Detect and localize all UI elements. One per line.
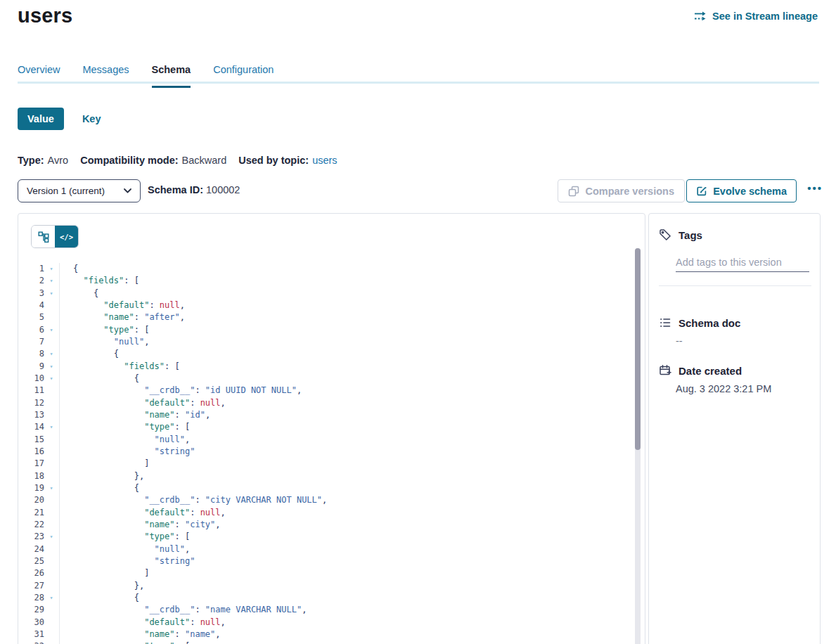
date-created-section-header: Date created (659, 364, 742, 377)
schema-doc-section-header: Schema doc (659, 316, 740, 329)
line-number: 21 (18, 507, 44, 519)
schema-meta-row: Type: Avro Compatibility mode: Backward … (18, 155, 337, 166)
tab-configuration[interactable]: Configuration (213, 64, 274, 88)
fold-toggle-icon[interactable]: ▾ (44, 288, 58, 300)
used-by-topic-label: Used by topic: (238, 155, 309, 166)
tab-underline-track (18, 82, 819, 84)
line-number: 20 (18, 494, 44, 506)
code-line: 30 "default": null, (18, 617, 634, 629)
fold-toggle-icon[interactable]: ▾ (44, 361, 58, 373)
code-text: "default": null, (60, 397, 226, 409)
line-number: 31 (18, 629, 44, 640)
code-line: 6▾ "type": [ (18, 324, 634, 336)
code-line: 14▾ "type": [ (18, 421, 634, 433)
fold-toggle-icon[interactable]: ▾ (44, 263, 58, 275)
code-text: ] (60, 458, 149, 470)
add-tags-input[interactable] (676, 253, 809, 272)
code-text: "name": "city", (60, 519, 221, 531)
line-number: 6 (18, 324, 44, 336)
line-number: 19 (18, 482, 44, 494)
fold-toggle-icon[interactable]: ▾ (44, 531, 58, 543)
key-toggle-link[interactable]: Key (82, 113, 101, 124)
code-text: { (60, 482, 139, 494)
code-line: 29 "__crdb__": "name VARCHAR NULL", (18, 604, 634, 616)
code-text: "null", (60, 543, 190, 555)
line-number: 1 (18, 263, 44, 275)
fold-toggle-icon[interactable]: ▾ (44, 640, 58, 644)
used-by-topic-link[interactable]: users (312, 155, 337, 166)
line-number: 5 (18, 311, 44, 323)
line-number: 7 (18, 336, 44, 348)
schema-id-label: Schema ID: (148, 184, 203, 195)
type-label: Type: (18, 155, 44, 166)
line-number: 18 (18, 470, 44, 482)
code-line: 3▾ { (18, 288, 634, 300)
code-text: "type": [ (60, 421, 190, 433)
fold-toggle-icon[interactable]: ▾ (44, 482, 58, 494)
line-number: 26 (18, 567, 44, 579)
compare-versions-label: Compare versions (585, 186, 674, 197)
code-line: 13 "name": "id", (18, 409, 634, 421)
code-line: 21 "default": null, (18, 507, 634, 519)
lineage-link-label: See in Stream lineage (712, 11, 818, 22)
code-text: "type": [ (60, 640, 190, 644)
compatibility-mode-value: Backward (182, 155, 227, 166)
code-line: 10▾ { (18, 373, 634, 385)
fold-toggle-icon[interactable]: ▾ (44, 592, 58, 604)
code-line: 24 "null", (18, 543, 634, 555)
fold-toggle-icon[interactable]: ▾ (44, 324, 58, 336)
tab-messages[interactable]: Messages (82, 64, 129, 88)
line-number: 30 (18, 617, 44, 629)
code-text: { (60, 263, 78, 275)
sidebar-divider (659, 285, 811, 286)
fold-toggle-icon[interactable]: ▾ (44, 421, 58, 433)
code-text: "null", (60, 336, 149, 348)
fold-spacer (44, 336, 58, 348)
tab-schema[interactable]: Schema (152, 64, 191, 88)
code-text: "null", (60, 434, 190, 446)
tags-section-header: Tags (659, 228, 702, 241)
code-view-icon: </> (60, 233, 73, 241)
code-text: "default": null, (60, 617, 226, 629)
compare-versions-button[interactable]: Compare versions (558, 179, 685, 202)
line-number: 27 (18, 580, 44, 592)
value-key-toggle: Value Key (18, 108, 101, 130)
code-line: 12 "default": null, (18, 397, 634, 409)
fold-toggle-icon[interactable]: ▾ (44, 275, 58, 287)
code-line: 18 }, (18, 470, 634, 482)
fold-toggle-icon[interactable]: ▾ (44, 348, 58, 360)
fold-spacer (44, 458, 58, 470)
code-text: "name": "after", (60, 311, 185, 323)
line-number: 25 (18, 555, 44, 567)
line-number: 17 (18, 458, 44, 470)
code-text: "default": null, (60, 300, 185, 311)
line-number: 28 (18, 592, 44, 604)
code-text: "default": null, (60, 507, 226, 519)
view-mode-toggle: </> (31, 225, 79, 248)
code-line: 28▾ { (18, 592, 634, 604)
schema-code-panel: </> 1▾{2▾ "fields": [3▾ {4 "default": nu… (18, 213, 645, 644)
fold-spacer (44, 409, 58, 421)
schema-doc-value: -- (676, 335, 683, 347)
code-text: { (60, 288, 98, 300)
code-scrollbar-thumb[interactable] (635, 248, 641, 450)
code-text: ] (60, 567, 149, 579)
value-toggle-button[interactable]: Value (18, 108, 64, 130)
evolve-schema-button[interactable]: Evolve schema (686, 179, 797, 202)
line-number: 3 (18, 288, 44, 300)
line-number: 10 (18, 373, 44, 385)
code-line: 7 "null", (18, 336, 634, 348)
fold-spacer (44, 434, 58, 446)
fold-spacer (44, 470, 58, 482)
fold-toggle-icon[interactable]: ▾ (44, 373, 58, 385)
tree-view-button[interactable] (32, 226, 55, 247)
tab-overview[interactable]: Overview (18, 64, 60, 88)
more-actions-button[interactable]: ••• (807, 182, 823, 194)
see-in-stream-lineage-link[interactable]: See in Stream lineage (694, 11, 818, 22)
version-select[interactable]: Version 1 (current) (18, 179, 141, 202)
code-view-button[interactable]: </> (55, 226, 78, 247)
schema-id: Schema ID: 100002 (148, 184, 240, 195)
fold-spacer (44, 507, 58, 519)
line-number: 9 (18, 361, 44, 373)
code-line: 9▾ "fields": [ (18, 361, 634, 373)
